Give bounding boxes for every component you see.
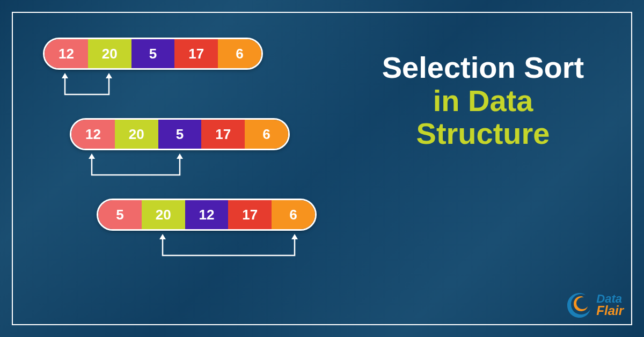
array-row-2: 52012176 (97, 199, 343, 231)
array-pill: 12205176 (43, 38, 263, 70)
title-line2: in Data (354, 84, 612, 118)
swap-arrows-icon (97, 233, 322, 262)
svg-marker-1 (106, 73, 112, 78)
svg-marker-4 (159, 234, 166, 239)
array-cell: 6 (272, 200, 315, 229)
array-cell: 6 (218, 39, 261, 68)
logo: Data Flair (565, 291, 624, 320)
logo-swirl-icon (565, 291, 594, 320)
array-cell: 5 (98, 200, 142, 229)
svg-marker-5 (291, 234, 298, 239)
logo-brand2: Flair (596, 305, 624, 317)
array-cell: 12 (71, 120, 115, 149)
array-cell: 12 (185, 200, 229, 229)
swap-arrows-icon (70, 152, 295, 182)
svg-marker-2 (89, 153, 95, 159)
array-cell: 5 (158, 120, 202, 149)
array-cell: 20 (115, 120, 158, 149)
array-cell: 5 (131, 39, 175, 68)
logo-text: Data Flair (596, 294, 624, 317)
swap-arrows-icon (43, 72, 268, 101)
array-row-0: 12205176 (43, 38, 343, 70)
array-pill: 12205176 (70, 118, 290, 150)
title-block: Selection Sort in Data Structure (354, 51, 612, 150)
array-cell: 6 (245, 120, 288, 149)
array-cell: 20 (142, 200, 185, 229)
svg-marker-3 (177, 153, 183, 159)
title-line3: Structure (354, 117, 612, 150)
array-cell: 12 (45, 39, 88, 68)
svg-marker-0 (62, 73, 68, 78)
array-pill: 52012176 (97, 199, 317, 231)
array-cell: 17 (201, 120, 245, 149)
diagram-area: 12205176 12205176 52012176 (43, 38, 343, 279)
array-cell: 17 (228, 200, 272, 229)
array-row-1: 12205176 (70, 118, 343, 150)
array-cell: 17 (174, 39, 218, 68)
title-line1: Selection Sort (354, 51, 612, 84)
array-cell: 20 (88, 39, 131, 68)
